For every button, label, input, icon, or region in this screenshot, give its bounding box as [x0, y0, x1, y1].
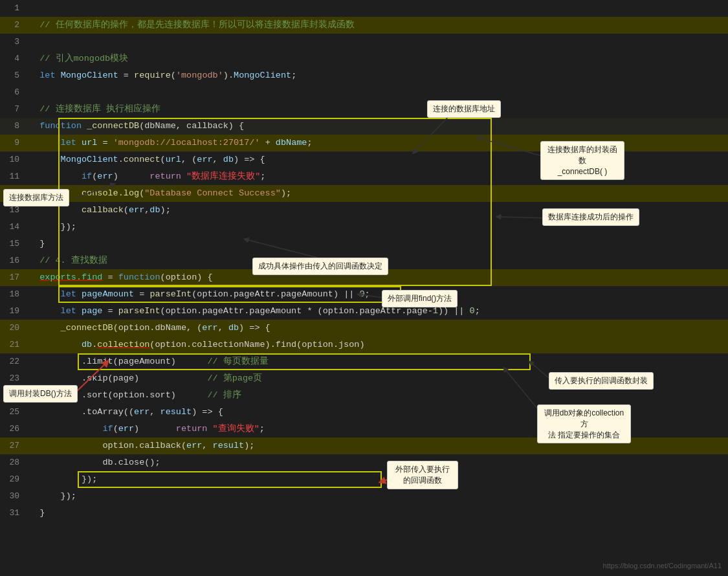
- code-line-1: 1: [0, 0, 728, 17]
- code-line-4: 4 // 引入mongodb模块: [0, 50, 728, 67]
- annotation-find-method: 外部调用find()方法: [382, 290, 458, 307]
- code-line-30: 30 });: [0, 488, 728, 505]
- annotation-call-db: 调用封装DB()方法: [3, 385, 78, 403]
- code-line-7: 7 // 连接数据库 执行相应操作: [0, 101, 728, 118]
- annotation-db-success: 数据库连接成功后的操作: [542, 208, 639, 226]
- code-line-21: 21 db.collection(option.collectionName).…: [0, 337, 728, 353]
- code-line-5: 5 let MongoClient = require('mongodb').M…: [0, 67, 728, 84]
- annotation-connect-fn: 连接数据库的封装函数_connectDB( ): [540, 141, 624, 180]
- code-line-12: 12 console.log("Database Connect Success…: [0, 185, 728, 202]
- code-line-8: 8 function _connectDB(dbName, callback) …: [0, 118, 728, 135]
- annotation-db-addr: 连接的数据库地址: [427, 100, 501, 118]
- watermark: https://blog.csdn.net/Codingmant/A11: [603, 562, 722, 570]
- annotation-success-detail: 成功具体操作由传入的回调函数决定: [252, 258, 388, 275]
- code-line-6: 6: [0, 84, 728, 101]
- code-line-22: 22 .limit(pageAmount) // 每页数据量: [0, 353, 728, 370]
- annotation-outer-callback: 外部传入要执行的回调函数: [387, 461, 458, 489]
- code-line-2: 2 // 任何数据库的操作，都是先连接数据库！所以可以将连接数据库封装成函数: [0, 17, 728, 34]
- code-line-24: 24 .sort(option.sort) // 排序: [0, 387, 728, 404]
- code-line-29: 29 });: [0, 471, 728, 488]
- annotation-collection-method: 调用db对象的collection方法 指定要操作的集合: [537, 404, 631, 443]
- code-line-19: 19 let page = parseInt(option.pageAttr.p…: [0, 303, 728, 320]
- code-line-18: 18 let pageAmount = parseInt(option.page…: [0, 286, 728, 303]
- code-line-31: 31 }: [0, 505, 728, 522]
- code-line-20: 20 _connectDB(option.dbName, (err, db) =…: [0, 320, 728, 337]
- annotation-pass-callback: 传入要执行的回调函数封装: [549, 372, 654, 390]
- code-line-28: 28 db.close();: [0, 454, 728, 471]
- code-line-15: 15 }: [0, 236, 728, 252]
- code-line-3: 3: [0, 34, 728, 50]
- annotation-connect-method: 连接数据库方法: [3, 189, 69, 206]
